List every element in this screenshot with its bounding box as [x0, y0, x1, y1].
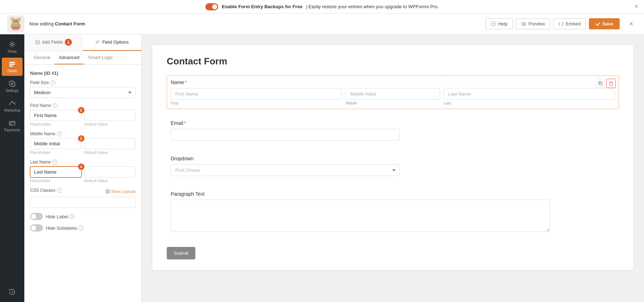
last-name-help[interactable]: ?: [52, 160, 57, 165]
svg-point-8: [14, 21, 15, 22]
last-name-placeholder-wrap: 4 Placeholder: [30, 166, 82, 183]
default-value-sublabel: Default Value: [84, 122, 136, 126]
preview-button[interactable]: Preview: [516, 18, 550, 29]
form-title: Contact Form: [167, 56, 619, 67]
delete-icon: [609, 81, 613, 86]
css-classes-row: CSS Classes ? Show Layouts: [30, 188, 136, 195]
sub-tab-smart-logic[interactable]: Smart Logic: [84, 51, 117, 64]
panel-tabs: Add Fields 1 Field Options: [24, 34, 141, 51]
css-classes-input[interactable]: [30, 197, 136, 208]
layouts-icon: [106, 189, 110, 194]
middle-name-placeholder-input[interactable]: [30, 138, 82, 149]
middle-name-default-input[interactable]: [84, 138, 136, 149]
sidebar-item-settings[interactable]: Settings: [2, 77, 23, 96]
middle-placeholder-sublabel: Placeholder: [30, 150, 82, 155]
svg-rect-26: [108, 192, 109, 193]
middle-name-default-wrap: Default Value: [84, 138, 136, 155]
email-preview-input[interactable]: [171, 129, 400, 141]
sub-tab-general[interactable]: General: [29, 51, 54, 64]
first-name-placeholder-input[interactable]: [30, 110, 82, 121]
middle-sublabel: Middle: [346, 101, 440, 105]
middle-name-inputs: 3 Placeholder Default Value: [30, 138, 136, 155]
last-name-group: Last Name ? 4 Placeholder Default Value: [30, 160, 136, 183]
fields-icon: [9, 60, 16, 68]
notification-close[interactable]: ×: [634, 3, 638, 10]
hide-sublabels-help[interactable]: ?: [78, 225, 83, 230]
help-button[interactable]: ? Help: [486, 18, 513, 29]
field-size-select[interactable]: SmallMediumLarge: [30, 87, 136, 98]
first-name-preview-input[interactable]: [171, 88, 342, 100]
svg-rect-27: [599, 82, 602, 85]
svg-point-19: [11, 83, 13, 85]
tab-add-fields[interactable]: Add Fields 1: [24, 34, 83, 51]
dropdown-field-group[interactable]: Dropdown First Choice: [167, 152, 619, 180]
last-name-default-wrap: Default Value: [84, 166, 136, 183]
sub-tab-advanced[interactable]: Advanced: [54, 51, 84, 64]
css-classes-group: CSS Classes ? Show Layouts: [30, 188, 136, 208]
middle-name-preview-input[interactable]: [346, 88, 440, 100]
main-layout: Setup Fields Settings Marketing: [0, 34, 644, 302]
hide-sublabels-toggle[interactable]: [30, 224, 43, 232]
last-name-default-input[interactable]: [84, 166, 136, 177]
name-subfields: First Middle Last: [171, 88, 615, 105]
sidebar-item-marketing[interactable]: Marketing: [2, 97, 23, 115]
first-sublabel: First: [171, 101, 342, 105]
paragraph-preview-textarea[interactable]: [171, 200, 550, 232]
last-name-placeholder-input[interactable]: [30, 166, 82, 177]
badge-3: 3: [78, 135, 84, 142]
hide-sublabels-row: Hide Sublabels ?: [30, 224, 136, 232]
sidebar-item-setup[interactable]: Setup: [2, 38, 23, 56]
notification-bar: Enable Form Entry Backups for Free | Eas…: [0, 0, 644, 14]
add-fields-badge: 1: [65, 39, 72, 46]
last-name-preview-input[interactable]: [444, 88, 615, 100]
svg-rect-20: [9, 121, 15, 125]
preview-icon: [521, 22, 526, 26]
submit-button[interactable]: Submit: [167, 247, 195, 259]
tab-field-options[interactable]: Field Options: [83, 34, 142, 51]
dropdown-preview-select[interactable]: First Choice: [171, 164, 400, 176]
copy-name-field-btn[interactable]: [596, 79, 605, 88]
field-size-label: Field Size ?: [30, 80, 136, 85]
backup-toggle[interactable]: [205, 3, 218, 10]
save-button[interactable]: Save: [589, 18, 620, 29]
hide-sublabels-label: Hide Sublabels ?: [46, 225, 83, 231]
app-header: Now editing Contact Form ? Help Preview …: [0, 14, 644, 34]
delete-name-field-btn[interactable]: [606, 79, 616, 88]
show-layouts-link[interactable]: Show Layouts: [106, 189, 136, 194]
svg-point-9: [16, 21, 18, 22]
name-field-group[interactable]: Name* First Middle Last: [167, 76, 619, 109]
embed-icon: [558, 22, 564, 26]
section-title: Name (ID #1): [30, 70, 136, 76]
sidebar-item-fields[interactable]: Fields: [2, 58, 23, 76]
css-classes-label: CSS Classes ?: [30, 188, 62, 193]
header-actions: ? Help Preview Embed Save ×: [486, 18, 637, 30]
name-field-label: Name*: [171, 79, 615, 85]
first-name-inputs: 2 Placeholder Default Value: [30, 110, 136, 126]
panel-collapse-btn[interactable]: ‹: [141, 159, 142, 177]
svg-point-6: [18, 18, 20, 20]
sidebar-item-payments[interactable]: Payments: [2, 117, 23, 135]
last-default-sublabel: Default Value: [84, 179, 136, 183]
first-name-help[interactable]: ?: [53, 103, 58, 108]
field-size-help[interactable]: ?: [50, 80, 55, 85]
email-field-group[interactable]: Email*: [167, 116, 619, 145]
sub-tabs: General Advanced Smart Logic: [24, 51, 141, 65]
hide-label-toggle[interactable]: [30, 213, 43, 220]
svg-rect-23: [106, 190, 107, 191]
first-name-placeholder-wrap: 2 Placeholder: [30, 110, 82, 126]
css-classes-help[interactable]: ?: [57, 188, 62, 193]
middle-name-field: Middle: [346, 88, 440, 105]
middle-name-placeholder-wrap: 3 Placeholder: [30, 138, 82, 155]
badge-2: 2: [78, 107, 84, 113]
hide-label-help[interactable]: ?: [69, 214, 74, 219]
middle-name-help[interactable]: ?: [57, 131, 62, 136]
first-name-group: First Name ? 2 Placeholder Default Value: [30, 103, 136, 126]
embed-button[interactable]: Embed: [553, 18, 586, 29]
close-button[interactable]: ×: [625, 18, 637, 30]
marketing-icon: [9, 100, 16, 107]
sidebar-item-history[interactable]: [2, 286, 23, 298]
first-name-default-input[interactable]: [84, 110, 136, 121]
copy-icon: [598, 81, 603, 86]
paragraph-field-group[interactable]: Paragraph Text: [167, 187, 619, 237]
last-placeholder-sublabel: Placeholder: [30, 179, 82, 183]
